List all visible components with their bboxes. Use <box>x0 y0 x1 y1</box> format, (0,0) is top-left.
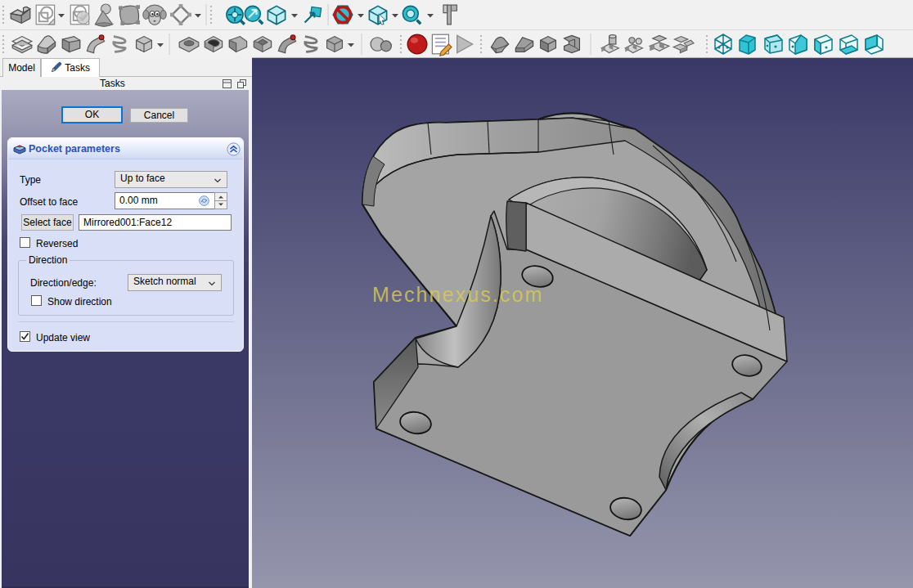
svg-text:Mechnexus.com: Mechnexus.com <box>372 283 543 306</box>
